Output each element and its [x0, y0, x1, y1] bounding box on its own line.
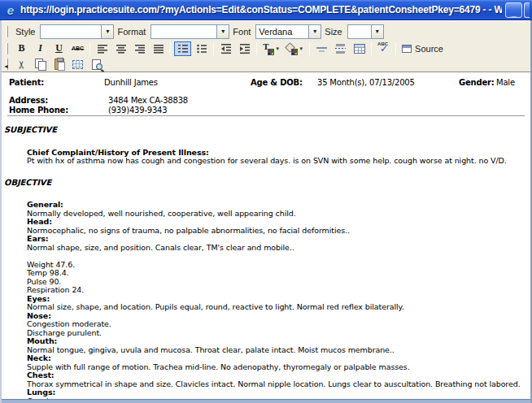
- italic-button[interactable]: I: [32, 41, 49, 56]
- style-combobox[interactable]: ▼: [40, 24, 114, 39]
- note-line: Normal size, shape, and location. Pupils…: [27, 303, 525, 312]
- unordered-list-icon: [196, 43, 207, 54]
- window-body: Style ▼ Format ▼ Font Verdana ▼ Size: [0, 20, 532, 403]
- format-combobox[interactable]: ▼: [150, 24, 229, 39]
- source-label: Source: [415, 44, 443, 54]
- background-color-button[interactable]: ▼: [284, 41, 306, 56]
- chevron-down-icon[interactable]: ▼: [308, 25, 321, 38]
- spell-check-button[interactable]: ABC ✓: [375, 41, 392, 56]
- chevron-down-icon: ▼: [299, 46, 303, 51]
- home-phone-value: (939)439-9343: [108, 106, 167, 115]
- note-line: Normocephalic, no signs of trauma, no pa…: [27, 227, 525, 236]
- note-line: Discharge purulent.: [27, 329, 525, 338]
- indent-button[interactable]: [236, 41, 253, 56]
- toolbar-row-clipboard: ✂: [3, 57, 530, 72]
- unordered-list-button[interactable]: [193, 41, 210, 56]
- align-left-button[interactable]: [94, 41, 111, 56]
- age-dob-value: 35 Month(s), 07/13/2005: [317, 78, 415, 87]
- maximize-button[interactable]: [524, 2, 530, 18]
- outdent-button[interactable]: [217, 41, 234, 56]
- toolbar-separator: [213, 42, 214, 55]
- ordered-list-button[interactable]: [174, 41, 191, 56]
- browser-window: e https://login.practicesuite.com/?myAct…: [0, 0, 532, 403]
- gender-label: Gender:: [459, 78, 495, 87]
- align-right-button[interactable]: [131, 41, 148, 56]
- titlebar: e https://login.practicesuite.com/?myAct…: [0, 0, 532, 20]
- source-button[interactable]: Source: [399, 41, 446, 56]
- section-heading: SUBJECTIVE: [4, 126, 525, 135]
- table-borders-icon: [72, 60, 83, 69]
- horizontal-rule-button[interactable]: [313, 41, 330, 56]
- toolbar-row-combos: Style ▼ Format ▼ Font Verdana ▼ Size: [3, 23, 530, 40]
- note-line: Normal tongue, gingiva, uvula and mucosa…: [27, 346, 525, 355]
- copy-button[interactable]: [32, 57, 49, 72]
- chevron-down-icon[interactable]: ▼: [101, 25, 113, 38]
- toolbar-separator: [309, 42, 310, 55]
- style-value: [41, 25, 101, 38]
- note-item-title: Chest:: [27, 371, 525, 380]
- size-combobox[interactable]: ▼: [347, 24, 384, 39]
- minimize-button[interactable]: _: [505, 2, 522, 18]
- paste-icon: [55, 58, 64, 70]
- underline-button[interactable]: U: [50, 41, 68, 56]
- patient-value: Dunhill James: [104, 78, 158, 87]
- bold-icon: B: [18, 42, 24, 54]
- text-color-button[interactable]: T ▼: [260, 41, 282, 56]
- note-sections: SUBJECTIVEChief Complaint/History of Pre…: [2, 116, 530, 399]
- toolbar-separator: [170, 42, 171, 55]
- address-label: Address:: [9, 96, 48, 105]
- spell-check-icon: ABC ✓: [377, 42, 390, 54]
- align-right-icon: [134, 43, 146, 54]
- note-line: [27, 252, 525, 261]
- format-label: Format: [117, 27, 146, 37]
- section-body: General:Normally developed, well nourish…: [27, 201, 525, 399]
- toolbar-grabber[interactable]: [6, 26, 8, 37]
- chevron-down-icon[interactable]: ▼: [216, 25, 229, 38]
- internet-explorer-icon: e: [4, 3, 17, 17]
- font-value: Verdana: [256, 25, 308, 38]
- preview-button[interactable]: [88, 57, 105, 72]
- size-label: Size: [325, 27, 342, 37]
- note-item-title: Mouth:: [27, 337, 525, 346]
- size-value: [348, 25, 371, 38]
- note-line: Respiration 24.: [27, 286, 525, 295]
- bottom-scrollbar[interactable]: [2, 399, 530, 403]
- show-table-borders-button[interactable]: [69, 57, 86, 72]
- font-label: Font: [233, 27, 251, 37]
- note-item-title: Head:: [27, 218, 525, 227]
- toolbar-separator: [371, 42, 372, 55]
- address-value: 3484 Mex CA-38838: [108, 96, 188, 105]
- note-line: Supple with full range of motion. Trache…: [27, 363, 525, 372]
- chevron-down-icon[interactable]: ▼: [371, 25, 383, 38]
- background-color-icon: [286, 43, 297, 54]
- section-body: Chief Complaint/History of Present Illne…: [27, 149, 525, 166]
- toolbar-grabber[interactable]: [6, 43, 8, 54]
- align-center-button[interactable]: [112, 41, 129, 56]
- insert-table-button[interactable]: [351, 41, 368, 56]
- strikethrough-icon: ABC: [72, 46, 84, 51]
- text-color-icon: T: [263, 43, 273, 54]
- font-combobox[interactable]: Verdana ▼: [255, 24, 321, 39]
- table-icon: [354, 44, 365, 54]
- ordered-list-icon: [177, 43, 189, 54]
- chevron-down-icon: ▼: [275, 46, 280, 51]
- note-line: Congestion moderate.: [27, 320, 525, 329]
- page-break-button[interactable]: [332, 41, 349, 56]
- toolbar-separator: [395, 42, 396, 55]
- window-title: https://login.practicesuite.com/?myActio…: [20, 4, 502, 15]
- align-justify-button[interactable]: [150, 41, 167, 56]
- section-heading: OBJECTIVE: [4, 179, 525, 188]
- paste-button[interactable]: [50, 57, 68, 72]
- underline-icon: U: [55, 42, 63, 54]
- cut-button[interactable]: ✂: [13, 57, 30, 72]
- note-item-title: Lungs:: [27, 388, 525, 397]
- editor-content[interactable]: Patient: Dunhill James Age & DOB: 35 Mon…: [2, 72, 530, 399]
- note-item-title: Ears:: [27, 235, 525, 244]
- cut-icon: ✂: [15, 60, 28, 69]
- note-line: Temp 98.4.: [27, 269, 525, 278]
- bold-button[interactable]: B: [13, 41, 30, 56]
- strikethrough-button[interactable]: ABC: [69, 41, 86, 56]
- editor-toolbar: Style ▼ Format ▼ Font Verdana ▼ Size: [2, 20, 530, 72]
- note-item-title: General:: [27, 201, 525, 210]
- collapse-toolbar-button[interactable]: ◄: [3, 63, 9, 69]
